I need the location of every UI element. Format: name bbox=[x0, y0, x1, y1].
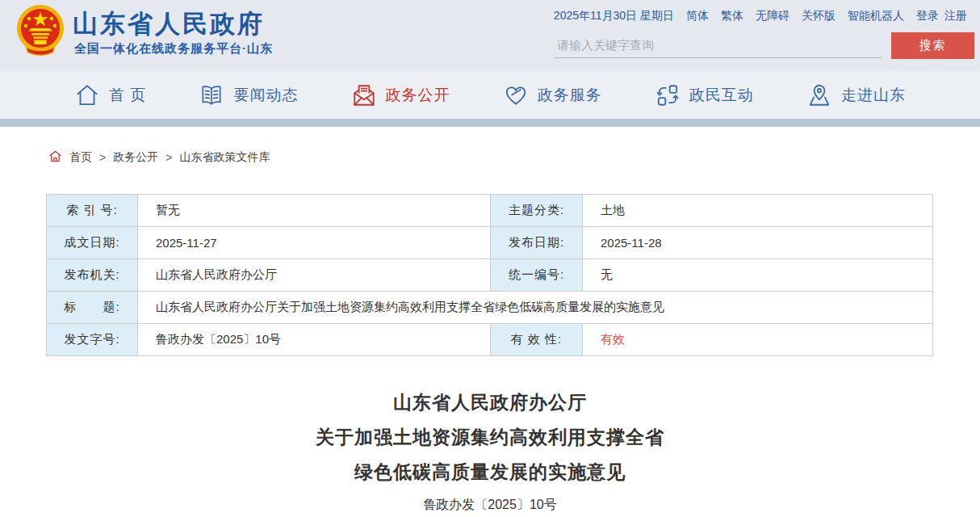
home-breadcrumb-icon bbox=[48, 149, 62, 166]
meta-value: 暂无 bbox=[138, 195, 491, 227]
nav-item-gov-affairs-disclosure[interactable]: 政务公开 bbox=[351, 82, 450, 108]
cycle-icon bbox=[655, 82, 681, 108]
link-register[interactable]: 注册 bbox=[944, 9, 967, 23]
nav-item-label: 政务公开 bbox=[386, 85, 450, 106]
link-simplified-chinese[interactable]: 简体 bbox=[686, 9, 709, 23]
link-smart-robot[interactable]: 智能机器人 bbox=[848, 9, 904, 23]
table-row: 发文字号: 鲁政办发〔2025〕10号 有 效 性: 有效 bbox=[47, 324, 933, 356]
envelope-icon bbox=[351, 82, 377, 108]
meta-label: 主题分类: bbox=[491, 195, 583, 227]
site-title: 山东省人民政府 bbox=[73, 7, 265, 41]
top-utility-bar: 2025年11月30日 星期日 简体 繁体 无障碍 关怀版 智能机器人 登录 注… bbox=[554, 9, 967, 23]
home-icon bbox=[74, 82, 100, 108]
nav-item-gov-services[interactable]: 政务服务 bbox=[503, 82, 602, 108]
nav-item-label: 要闻动态 bbox=[233, 85, 298, 106]
nav-item-label: 政务服务 bbox=[538, 85, 602, 106]
link-traditional-chinese[interactable]: 繁体 bbox=[721, 9, 743, 23]
search-button[interactable]: 搜索 bbox=[891, 32, 974, 59]
document-meta-table: 索 引 号: 暂无 主题分类: 土地 成文日期: 2025-11-27 发布日期… bbox=[46, 194, 933, 356]
decor-strip bbox=[0, 119, 980, 127]
meta-value: 2025-11-27 bbox=[138, 227, 491, 259]
link-accessibility[interactable]: 无障碍 bbox=[756, 9, 789, 23]
document-title: 山东省人民政府办公厅 关于加强土地资源集约高效利用支撑全省 绿色低碳高质量发展的… bbox=[0, 385, 980, 490]
main-nav: 首 页 要闻动态 bbox=[0, 71, 980, 119]
nav-item-public-interaction[interactable]: 政民互动 bbox=[655, 82, 754, 108]
breadcrumb-separator: > bbox=[165, 151, 172, 164]
breadcrumb-current: 山东省政策文件库 bbox=[179, 150, 270, 165]
content-area: 首页 > 政务公开 > 山东省政策文件库 索 引 号: 暂无 主题分类: 土地 … bbox=[0, 127, 980, 514]
breadcrumb-home[interactable]: 首页 bbox=[69, 150, 92, 165]
meta-value-title: 山东省人民政府办公厅关于加强土地资源集约高效利用支撑全省绿色低碳高质量发展的实施… bbox=[138, 292, 933, 324]
meta-value: 2025-11-28 bbox=[583, 227, 933, 259]
meta-value: 无 bbox=[583, 259, 933, 292]
current-date: 2025年11月30日 星期日 bbox=[554, 9, 674, 23]
validity-status: 有效 bbox=[583, 324, 933, 356]
auth-links: 登录 注册 bbox=[916, 9, 967, 23]
meta-value: 土地 bbox=[583, 195, 933, 227]
table-row: 发布机关: 山东省人民政府办公厅 统一编号: 无 bbox=[47, 259, 933, 292]
document-title-line: 关于加强土地资源集约高效利用支撑全省 bbox=[0, 420, 980, 455]
meta-label: 标 题: bbox=[47, 292, 138, 324]
heart-icon bbox=[503, 82, 529, 108]
document-title-line: 绿色低碳高质量发展的实施意见 bbox=[0, 455, 980, 490]
page: 山东省人民政府 全国一体化在线政务服务平台·山东 2025年11月30日 星期日… bbox=[0, 0, 980, 517]
search-input[interactable] bbox=[554, 32, 882, 58]
document-number: 鲁政办发〔2025〕10号 bbox=[0, 497, 980, 514]
meta-label: 索 引 号: bbox=[47, 195, 138, 227]
document-title-line: 山东省人民政府办公厅 bbox=[0, 385, 980, 420]
map-pin-icon bbox=[806, 82, 832, 108]
breadcrumb: 首页 > 政务公开 > 山东省政策文件库 bbox=[48, 149, 980, 166]
meta-label: 发布日期: bbox=[491, 227, 583, 259]
nav-item-label: 走进山东 bbox=[841, 85, 906, 106]
book-icon bbox=[199, 82, 224, 108]
meta-label: 成文日期: bbox=[47, 227, 138, 259]
breadcrumb-separator: > bbox=[99, 151, 106, 164]
site-header: 山东省人民政府 全国一体化在线政务服务平台·山东 2025年11月30日 星期日… bbox=[0, 0, 980, 71]
nav-item-home[interactable]: 首 页 bbox=[74, 82, 146, 108]
site-subtitle: 全国一体化在线政务服务平台·山东 bbox=[74, 41, 273, 57]
national-emblem-logo bbox=[15, 4, 66, 57]
nav-item-about-shandong[interactable]: 走进山东 bbox=[806, 82, 906, 108]
nav-item-news[interactable]: 要闻动态 bbox=[199, 82, 298, 108]
meta-label: 有 效 性: bbox=[491, 324, 583, 356]
breadcrumb-gov-disclosure[interactable]: 政务公开 bbox=[113, 150, 158, 165]
meta-label: 发布机关: bbox=[47, 259, 138, 292]
link-login[interactable]: 登录 bbox=[916, 9, 939, 23]
search-bar: 搜索 bbox=[554, 32, 974, 59]
link-care-version[interactable]: 关怀版 bbox=[802, 9, 836, 23]
table-row: 成文日期: 2025-11-27 发布日期: 2025-11-28 bbox=[47, 227, 933, 259]
table-row: 索 引 号: 暂无 主题分类: 土地 bbox=[47, 195, 933, 227]
meta-value: 山东省人民政府办公厅 bbox=[138, 259, 491, 292]
meta-label: 发文字号: bbox=[47, 324, 138, 356]
meta-value: 鲁政办发〔2025〕10号 bbox=[138, 324, 491, 356]
nav-item-label: 首 页 bbox=[109, 85, 146, 106]
table-row: 标 题: 山东省人民政府办公厅关于加强土地资源集约高效利用支撑全省绿色低碳高质量… bbox=[47, 292, 933, 324]
meta-label: 统一编号: bbox=[491, 259, 583, 292]
nav-item-label: 政民互动 bbox=[689, 85, 754, 106]
